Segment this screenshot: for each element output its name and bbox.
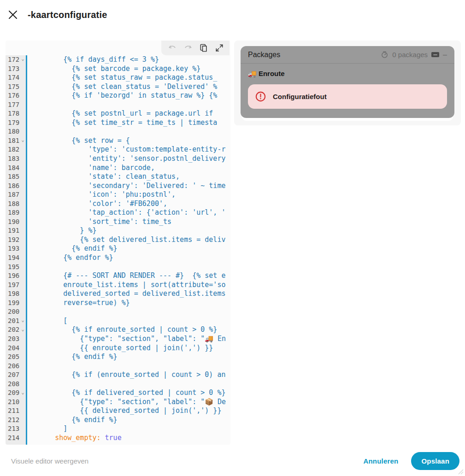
keyboard-chip-icon[interactable] [431, 52, 439, 57]
gutter-line: 191 [6, 226, 26, 235]
gutter-line: 184 [6, 164, 26, 173]
code-line [30, 127, 230, 136]
gutter-line: 183 [6, 154, 26, 164]
dialog-footer: Visuele editor weergeven Annuleren Opsla… [0, 446, 465, 476]
code-line: 'state': clean_status, [30, 172, 230, 182]
fold-chevron-icon[interactable]: ⌄ [21, 388, 24, 397]
package-count-label: 0 packages [392, 51, 428, 59]
gutter-line: 202⌄ [6, 325, 26, 335]
fold-chevron-icon[interactable]: ⌄ [21, 54, 24, 64]
codemirror: 172⌄173174175176177178179180181⌄18218318… [6, 55, 230, 445]
packages-card-header: Packages 0 packages – [241, 46, 454, 64]
code-line [30, 380, 230, 389]
gutter-line: 186 [6, 182, 26, 191]
gutter-line: 204 [6, 344, 26, 353]
code-line: {% if delivered_sorted | count > 0 %} [30, 388, 230, 398]
gutter-line: 185 [6, 172, 26, 182]
editor-toolbar [161, 41, 230, 55]
fold-chevron-icon[interactable]: ⌄ [21, 135, 24, 145]
close-icon[interactable] [6, 8, 19, 21]
packages-card-title: Packages [248, 51, 280, 59]
code-line: 'sort_time': time_ts [30, 217, 230, 227]
gutter-line: 172⌄ [6, 55, 26, 65]
gutter-line: 192 [6, 235, 26, 245]
code-line: {% set time_str = time_ts | timesta [30, 118, 230, 128]
code-line: {% set row = { [30, 136, 230, 146]
gutter-line: 181⌄ [6, 136, 26, 146]
code-line: {% endif %} [30, 353, 230, 362]
code-line: [ [30, 317, 230, 326]
code-line: {{ enroute_sorted | join(',') }} [30, 344, 230, 353]
code-line: 'icon': 'phu:postnl', [30, 190, 230, 200]
collapse-minus-icon[interactable]: – [443, 51, 447, 59]
code-line: {% endif %} [30, 244, 230, 253]
code-line: {% endfor %} [30, 253, 230, 263]
gutter-line: 175 [6, 82, 26, 92]
gutter-line: 206 [6, 362, 26, 371]
gutter-line: 196 [6, 271, 26, 281]
gutter-line: 188 [6, 200, 26, 209]
gutter-line: 209⌄ [6, 388, 26, 398]
gutter-line: 207 [6, 370, 26, 380]
gutter-line: 195 [6, 263, 26, 272]
resize-handle-icon[interactable] [458, 469, 464, 475]
gutter-line: 199 [6, 299, 26, 308]
gutter-line: 179 [6, 118, 26, 128]
code-line: {{ delivered_sorted | join(',') }} [30, 406, 230, 416]
dialog-header: -kaartconfiguratie [0, 0, 465, 29]
card-stack: Packages 0 packages – 🚚 Enroute Configur… [241, 46, 454, 118]
code-line [30, 307, 230, 317]
enroute-section-label: 🚚 Enroute [241, 64, 454, 78]
code-line: {% if (enroute_sorted | count > 0) an [30, 370, 230, 380]
code-line: {# --- SORT AND RENDER --- #} {% set e [30, 271, 230, 281]
config-error-text: Configuratiefout [273, 93, 327, 100]
editor-gutter: 172⌄173174175176177178179180181⌄18218318… [6, 55, 26, 445]
gutter-line: 212 [6, 416, 26, 425]
fold-chevron-icon[interactable]: ⌄ [21, 316, 24, 325]
show-visual-editor-button[interactable]: Visuele editor weergeven [11, 457, 88, 465]
gutter-line: 213 [6, 424, 26, 434]
code-line: {"type": "section", "label": "📦 De [30, 398, 230, 407]
redo-icon[interactable] [182, 42, 194, 53]
code-line [30, 263, 230, 272]
gutter-line: 187 [6, 190, 26, 200]
code-line: ] [30, 424, 230, 434]
copy-icon[interactable] [198, 42, 209, 53]
cancel-button[interactable]: Annuleren [363, 457, 398, 465]
fullscreen-icon[interactable] [214, 42, 225, 53]
code-line: show_empty: true [30, 434, 230, 443]
code-line: delivered_sorted = delivered_list.items [30, 289, 230, 299]
gutter-line: 194 [6, 253, 26, 263]
gutter-line: 205 [6, 353, 26, 362]
gutter-line: 174 [6, 73, 26, 82]
code-line: reverse=true) %} [30, 299, 230, 308]
card-preview-panel: Packages 0 packages – 🚚 Enroute Configur… [234, 41, 461, 125]
gutter-line: 182 [6, 145, 26, 154]
undo-icon[interactable] [167, 42, 178, 53]
code-line: 'type': 'custom:template-entity-r [30, 145, 230, 154]
gutter-line: 201⌄ [6, 317, 26, 326]
fold-chevron-icon[interactable]: ⌄ [21, 325, 24, 334]
code-line: {% endif %} [30, 416, 230, 425]
save-button[interactable]: Opslaan [411, 452, 459, 470]
code-line: enroute_list.items | sort(attribute='so [30, 281, 230, 290]
gutter-line: 208 [6, 380, 26, 389]
code-line: {% set barcode = package.key %} [30, 65, 230, 74]
code-line: {% if days_diff <= 3 %} [30, 55, 230, 65]
gutter-line: 190 [6, 217, 26, 227]
gutter-line: 214 [6, 434, 26, 443]
code-line: {% if enroute_sorted | count > 0 %} [30, 325, 230, 335]
gutter-line: 200 [6, 307, 26, 317]
gutter-line: 176 [6, 91, 26, 100]
code-line: } %} [30, 226, 230, 235]
code-line: 'tap_action': {'action': 'url', ' [30, 208, 230, 217]
code-line: 'entity': 'sensor.postnl_delivery [30, 154, 230, 164]
gutter-line: 197 [6, 281, 26, 290]
gutter-line: 210 [6, 398, 26, 407]
code-line: {% if 'bezorgd' in status_raw %} {% [30, 91, 230, 100]
code-line: {% set status_raw = package.status_ [30, 73, 230, 82]
editor-code[interactable]: {% if days_diff <= 3 %} {% set barcode =… [27, 55, 230, 445]
gutter-line: 203 [6, 335, 26, 344]
yaml-editor: 172⌄173174175176177178179180181⌄18218318… [6, 41, 230, 445]
code-line: {% set delivered_list.items = deliv [30, 235, 230, 245]
